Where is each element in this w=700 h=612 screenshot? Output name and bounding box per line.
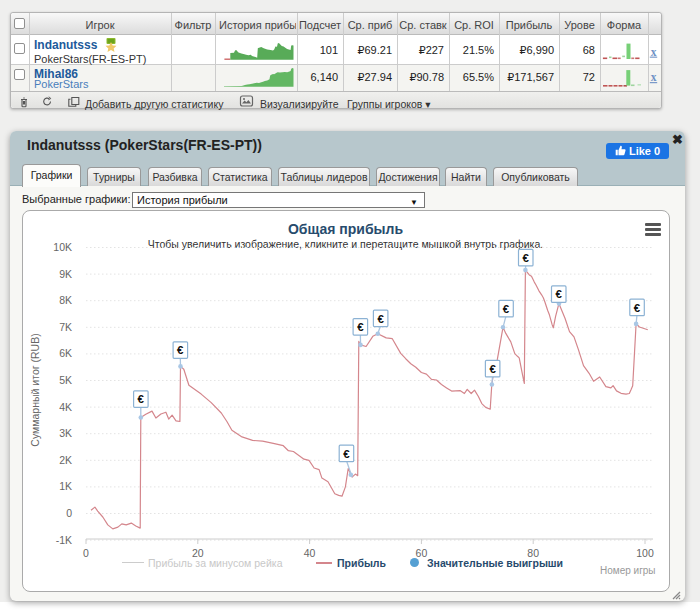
svg-text:€: € bbox=[634, 302, 641, 314]
svg-text:3K: 3K bbox=[59, 427, 72, 439]
svg-text:€: € bbox=[357, 321, 364, 333]
svg-text:-1K: -1K bbox=[56, 534, 72, 546]
svg-text:8K: 8K bbox=[59, 294, 72, 306]
svg-text:1K: 1K bbox=[59, 480, 72, 492]
svg-text:5K: 5K bbox=[59, 374, 72, 386]
svg-text:€: € bbox=[138, 393, 145, 405]
svg-text:Суммарный итог (RUB): Суммарный итог (RUB) bbox=[29, 333, 41, 446]
svg-text:4K: 4K bbox=[59, 401, 72, 413]
svg-text:7K: 7K bbox=[59, 321, 72, 333]
svg-text:100: 100 bbox=[636, 547, 654, 559]
svg-text:10K: 10K bbox=[53, 241, 72, 253]
svg-text:€: € bbox=[522, 252, 529, 264]
svg-text:€: € bbox=[555, 288, 562, 300]
svg-text:0: 0 bbox=[66, 507, 72, 519]
svg-text:€: € bbox=[377, 313, 384, 325]
svg-text:€: € bbox=[503, 303, 510, 315]
svg-text:€: € bbox=[343, 448, 350, 460]
svg-text:40: 40 bbox=[304, 547, 316, 559]
svg-text:9K: 9K bbox=[59, 268, 72, 280]
svg-text:0: 0 bbox=[83, 547, 89, 559]
svg-text:6K: 6K bbox=[59, 347, 72, 359]
svg-text:60: 60 bbox=[416, 547, 428, 559]
svg-text:€: € bbox=[177, 344, 184, 356]
svg-text:2K: 2K bbox=[59, 454, 72, 466]
svg-text:€: € bbox=[489, 363, 496, 375]
